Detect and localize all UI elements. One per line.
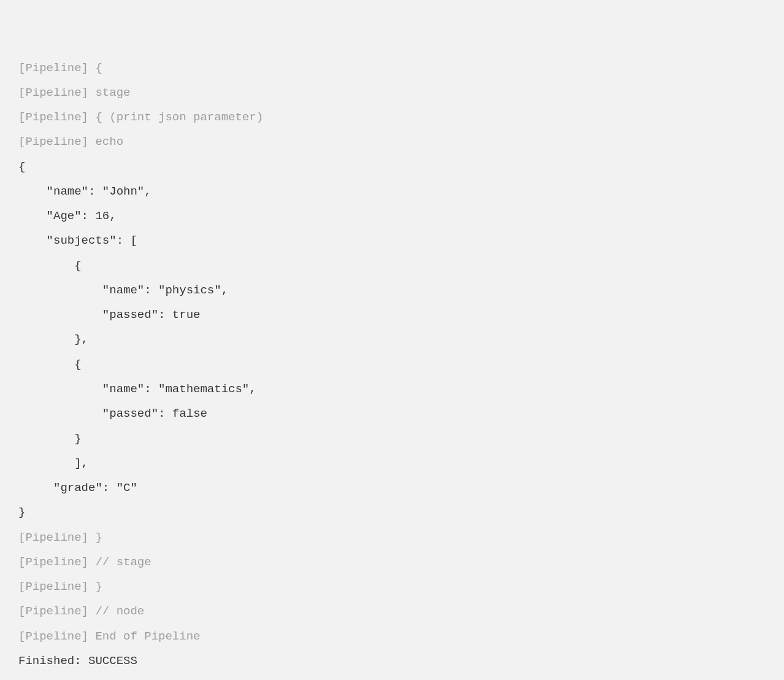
console-line: { [18, 160, 25, 174]
console-line: [Pipeline] // stage [18, 555, 152, 569]
console-line: [Pipeline] // node [18, 605, 144, 618]
console-line: [Pipeline] End of Pipeline [18, 630, 200, 643]
console-line: ], [18, 457, 88, 470]
console-line: { [18, 259, 82, 272]
console-line: "name": "physics", [18, 284, 228, 297]
console-line: "name": "mathematics", [18, 382, 256, 396]
console-line: "subjects": [ [18, 234, 137, 247]
console-line: } [18, 506, 25, 519]
console-line: { [18, 358, 82, 371]
console-line: }, [18, 333, 88, 346]
console-line: [Pipeline] echo [18, 135, 123, 149]
console-line: [Pipeline] { (print json parameter) [18, 110, 263, 124]
console-line: "grade": "C" [18, 481, 137, 495]
console-line: [Pipeline] stage [18, 86, 130, 99]
console-output: [Pipeline] { [Pipeline] stage [Pipeline]… [18, 56, 784, 674]
console-line: [Pipeline] } [18, 580, 102, 593]
console-line: Finished: SUCCESS [18, 654, 137, 668]
console-line: "name": "John", [18, 185, 152, 198]
console-line: "passed": true [18, 308, 200, 322]
console-line: [Pipeline] { [18, 61, 102, 75]
console-line: "passed": false [18, 407, 207, 420]
console-line: } [18, 432, 82, 446]
console-line: [Pipeline] } [18, 531, 102, 544]
console-line: "Age": 16, [18, 209, 117, 223]
